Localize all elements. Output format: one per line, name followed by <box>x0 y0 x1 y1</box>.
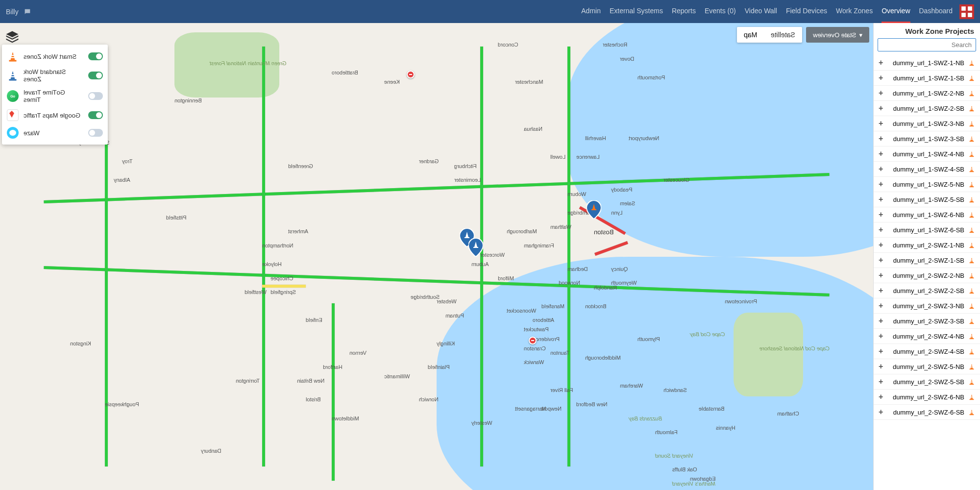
user-name: Billy <box>6 8 19 16</box>
nav-dashboard[interactable]: Dashboard <box>919 0 953 23</box>
nav-reports[interactable]: Reports <box>672 0 696 23</box>
svg-rect-2 <box>961 13 966 17</box>
nav-events-0-[interactable]: Events (0) <box>705 0 736 23</box>
app-logo[interactable] <box>959 4 974 19</box>
nav-admin[interactable]: Admin <box>581 0 601 23</box>
nav-video-wall[interactable]: Video Wall <box>745 0 777 23</box>
nav-work-zones[interactable]: Work Zones <box>836 0 873 23</box>
svg-rect-1 <box>968 6 972 11</box>
svg-rect-0 <box>961 6 966 11</box>
chat-icon <box>24 8 31 16</box>
nav-field-devices[interactable]: Field Devices <box>786 0 827 23</box>
svg-rect-3 <box>968 13 972 17</box>
nav-external-systems[interactable]: External Systems <box>610 0 663 23</box>
nav-overview[interactable]: Overview <box>882 0 910 23</box>
main-nav: DashboardOverviewWork ZonesField Devices… <box>581 0 953 23</box>
user-menu[interactable]: Billy <box>6 8 31 16</box>
top-navbar: DashboardOverviewWork ZonesField Devices… <box>0 0 980 23</box>
